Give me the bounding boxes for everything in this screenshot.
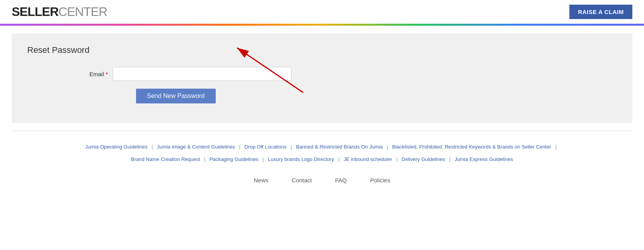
nav-contact[interactable]: Contact: [292, 177, 312, 184]
logo-bold: SELLER: [12, 5, 58, 19]
rainbow-bar: [0, 24, 644, 26]
footer-link-jumia-operating[interactable]: Jumia Operating Guidelines: [85, 144, 147, 150]
footer-link-jumia-express[interactable]: Jumia Express Guidelines: [455, 156, 513, 162]
nav-policies[interactable]: Policies: [370, 177, 390, 184]
footer-link-luxury-brands[interactable]: Luxury brands Logo Directory: [268, 156, 334, 162]
email-row: Email *: [27, 67, 617, 81]
main-content: Reset Password Email * Send New Password: [12, 33, 632, 123]
footer-link-drop-off[interactable]: Drop Off Locations: [244, 144, 286, 150]
required-marker: *: [106, 71, 108, 77]
footer-link-delivery[interactable]: Delivery Guidelines: [401, 156, 445, 162]
email-field[interactable]: [113, 67, 291, 81]
email-label: Email *: [89, 71, 108, 77]
nav-news[interactable]: News: [254, 177, 269, 184]
footer-link-image-content[interactable]: Jumia Image & Content Guidelines: [157, 144, 235, 150]
footer-links: Jumia Operating Guidelines | Jumia Image…: [0, 131, 644, 169]
header: SELLERCENTER RAISE A CLAIM: [0, 0, 644, 24]
footer-link-brand-creation[interactable]: Brand Name Creation Request: [131, 156, 200, 162]
footer-link-banned-brands[interactable]: Banned & Restricted Brands On Jumia: [296, 144, 382, 150]
footer-link-blacklisted[interactable]: Blacklisted, Prohibited, Restricted Keyw…: [392, 144, 551, 150]
submit-row: Send New Password: [27, 89, 617, 103]
bottom-nav: News Contact FAQ Policies: [0, 169, 644, 195]
nav-faq[interactable]: FAQ: [335, 177, 347, 184]
raise-claim-button[interactable]: RAISE A CLAIM: [569, 5, 632, 19]
footer-link-packaging[interactable]: Packaging Guidelines: [209, 156, 258, 162]
footer-link-je-inbound[interactable]: JE inbound scheduler: [344, 156, 392, 162]
logo-light: CENTER: [58, 5, 107, 19]
arrow-container: Send New Password: [136, 89, 216, 103]
send-password-button[interactable]: Send New Password: [136, 89, 216, 103]
page-title: Reset Password: [27, 45, 617, 55]
logo: SELLERCENTER: [12, 5, 107, 19]
